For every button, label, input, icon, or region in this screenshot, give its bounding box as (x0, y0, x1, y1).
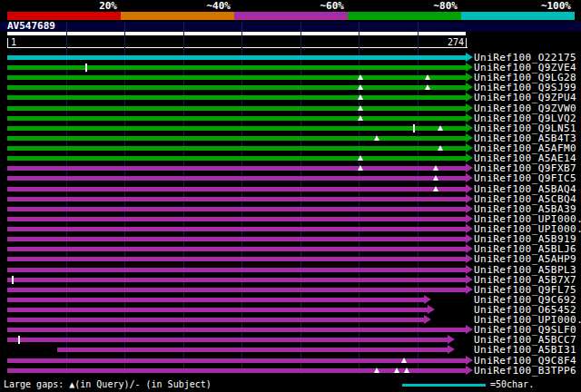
alignment-bar-arrowhead (448, 345, 455, 354)
alignment-bar-arrowhead (466, 214, 473, 223)
similarity-overview-screen: 20%~40%~60%~80%~100% AV547689 1 274 UniR… (0, 0, 581, 392)
gap-in-query-marker (374, 368, 379, 373)
scale-line (402, 384, 486, 387)
color-key-bar (7, 12, 575, 20)
gap-in-subject-marker (18, 336, 20, 344)
key-label: 20% (7, 1, 121, 11)
alignment-bar-arrowhead (466, 224, 473, 233)
color-key-labels: 20%~40%~60%~80%~100% (7, 1, 575, 11)
alignment-bar-arrowhead (428, 305, 435, 314)
gap-in-subject-marker (85, 64, 87, 72)
alignment-bar[interactable] (7, 136, 466, 141)
alignment-bar[interactable] (7, 338, 448, 342)
alignment-bar-arrowhead (466, 275, 473, 284)
gap-in-query-marker (433, 175, 438, 181)
alignment-bar[interactable] (7, 257, 466, 261)
alignment-bar-arrowhead (466, 153, 473, 162)
gap-in-query-marker (394, 368, 399, 373)
alignment-bar[interactable] (7, 116, 466, 121)
alignment-bar[interactable] (7, 156, 466, 161)
alignment-bar[interactable] (7, 268, 466, 272)
ruler-start-label: 1 (11, 38, 16, 47)
alignment-bar-arrowhead (466, 184, 473, 193)
alignment-bar-arrowhead (424, 295, 431, 304)
gap-in-query-marker (433, 165, 438, 171)
alignment-bar[interactable] (7, 197, 466, 201)
subject-label[interactable]: UniRef100_Q9FIC5 (474, 173, 576, 183)
gap-in-query-marker (438, 125, 443, 131)
alignment-bar-arrowhead (466, 254, 473, 263)
alignment-bar-arrowhead (466, 103, 473, 113)
alignment-row: UniRef100_B3TPP6 (0, 366, 581, 376)
ruler-line (7, 47, 468, 48)
alignment-bar[interactable] (7, 106, 466, 111)
key-label: ~80% (348, 1, 461, 11)
gap-in-query-marker (358, 74, 363, 80)
alignment-bar[interactable] (7, 227, 466, 231)
alignment-row: UniRef100_A5AHP9 (0, 254, 581, 264)
alignment-row: UniRef100_Q9ZPU4 (0, 93, 581, 103)
subject-label[interactable]: UniRef100_Q9ZPU4 (474, 93, 576, 103)
alignment-bar-arrowhead (466, 143, 473, 152)
alignment-bar-arrowhead (466, 113, 473, 122)
gap-in-query-marker (404, 368, 409, 373)
alignment-bar-arrowhead (466, 234, 473, 243)
alignment-bar[interactable] (7, 187, 466, 191)
alignment-bar[interactable] (7, 207, 466, 211)
alignment-bar-arrowhead (466, 194, 473, 203)
alignment-bar[interactable] (7, 95, 466, 100)
alignment-bar[interactable] (7, 308, 428, 312)
gap-in-query-marker (358, 115, 363, 121)
alignment-bar-arrowhead (466, 325, 473, 334)
alignment-bar-arrowhead (466, 83, 473, 92)
gap-in-subject-marker (12, 276, 14, 284)
alignment-bar-arrowhead (466, 53, 473, 62)
key-label: ~40% (121, 1, 234, 11)
alignment-bar[interactable] (7, 358, 466, 363)
gap-in-query-marker (358, 155, 363, 161)
query-header-strip (0, 22, 581, 31)
gap-in-query-marker (358, 84, 363, 90)
gap-in-query-marker (433, 186, 438, 191)
key-segment-red (7, 12, 121, 20)
alignment-bar-arrowhead (466, 93, 473, 102)
gap-in-query-marker (358, 94, 363, 100)
gap-in-query-marker (401, 358, 407, 363)
alignment-bar[interactable] (7, 176, 466, 181)
alignment-bar[interactable] (7, 328, 466, 332)
alignment-bar[interactable] (57, 348, 447, 352)
alignment-bar[interactable] (7, 65, 466, 70)
key-segment-purple (234, 12, 348, 20)
alignment-bar-arrowhead (466, 123, 473, 132)
gap-in-query-marker (425, 84, 430, 90)
alignment-bar-arrowhead (424, 315, 431, 324)
alignment-bar[interactable] (7, 217, 466, 221)
alignment-bar[interactable] (7, 166, 466, 171)
alignment-bar[interactable] (7, 237, 466, 241)
ruler-end-label: 274 (444, 38, 464, 47)
gap-in-query-marker (358, 105, 363, 111)
subject-label[interactable]: UniRef100_B3TPP6 (474, 366, 576, 376)
alignment-bar[interactable] (7, 85, 466, 90)
alignment-bar[interactable] (7, 126, 466, 131)
subject-label[interactable]: UniRef100_A5AHP9 (474, 254, 576, 264)
gap-in-subject-marker (413, 124, 415, 132)
alignment-bar[interactable] (7, 288, 466, 292)
alignment-bar-arrowhead (466, 163, 473, 172)
key-label: ~100% (461, 1, 575, 11)
alignment-bar[interactable] (7, 146, 466, 151)
alignment-bar-arrowhead (466, 366, 473, 375)
alignment-bar[interactable] (7, 298, 424, 302)
alignment-bar[interactable] (7, 247, 466, 251)
alignment-bar[interactable] (7, 55, 466, 60)
alignment-bar-arrowhead (466, 73, 473, 82)
gap-in-query-marker (438, 145, 443, 151)
alignment-bar-arrowhead (466, 204, 473, 213)
gap-in-query-marker (374, 135, 379, 141)
alignment-bar[interactable] (7, 75, 466, 80)
large-gaps-legend: Large gaps: ▲(in Query)/- (in Subject) (4, 379, 212, 390)
key-segment-orange (121, 12, 234, 20)
alignment-bar[interactable] (7, 318, 424, 322)
alignment-bar[interactable] (7, 278, 466, 282)
subject-label[interactable]: UniRef100_A5BI31 (474, 345, 576, 355)
